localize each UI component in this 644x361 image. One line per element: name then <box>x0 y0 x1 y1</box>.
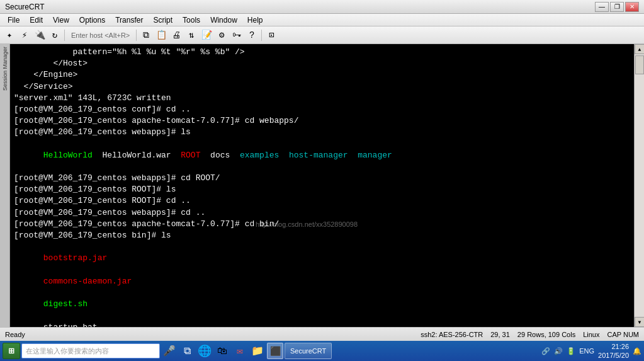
scroll-down-button[interactable]: ▼ <box>635 317 644 327</box>
search-placeholder: 在这里输入你要搜索的内容 <box>26 347 109 356</box>
menu-file[interactable]: File <box>3 14 25 26</box>
taskbar-search[interactable]: 在这里输入你要搜索的内容 <box>21 343 160 358</box>
settings-button[interactable]: ⚙ <box>215 28 229 42</box>
term-line: </Service> <box>14 81 630 93</box>
windows-logo-icon: ⊞ <box>8 347 14 355</box>
title-bar: SecureCRT — ❐ ✕ <box>0 0 644 14</box>
menu-options[interactable]: Options <box>74 14 110 26</box>
left-sidebar: Session Manager <box>0 44 10 327</box>
system-clock[interactable]: 21:26 2017/5/20 <box>598 342 629 360</box>
term-line: [root@VM_206_179_centos webapps]# ls <box>14 127 630 138</box>
status-left: Ready <box>5 331 25 338</box>
term-line: </Engine> <box>14 69 630 81</box>
menu-bar: File Edit View Options Transfer Script T… <box>0 14 644 26</box>
ready-status: Ready <box>5 331 25 338</box>
enter-host-label: Enter host <Alt+R> <box>67 32 133 39</box>
term-line: pattern="%h %l %u %t "%r" %s %b" /> <box>14 47 630 58</box>
close-button[interactable]: ✕ <box>625 2 639 12</box>
status-right: ssh2: AES-256-CTR 29, 31 29 Rows, 109 Co… <box>421 331 639 338</box>
securecrt-app-label: SecureCRT <box>290 347 326 355</box>
explorer-icon[interactable]: 📁 <box>249 343 266 359</box>
volume-icon[interactable]: 🔊 <box>554 347 563 355</box>
menu-edit[interactable]: Edit <box>25 14 48 26</box>
menu-view[interactable]: View <box>48 14 74 26</box>
term-line: </Host> <box>14 58 630 69</box>
notification-icon[interactable]: 🔔 <box>633 347 641 355</box>
main-area: Session Manager pattern="%h %l %u %t "%r… <box>0 44 644 327</box>
term-ls-webapps: HelloWorld HelloWorld.war ROOT docs exam… <box>14 139 630 173</box>
status-bar: Ready ssh2: AES-256-CTR 29, 31 29 Rows, … <box>0 327 644 341</box>
term-line: [root@VM_206_179_centos ROOT]# cd .. <box>14 195 630 207</box>
term-line: [root@VM_206_179_centos ROOT]# ls <box>14 184 630 195</box>
new-session-button[interactable]: ✦ <box>3 28 16 42</box>
mail-icon[interactable]: ✉ <box>232 343 248 359</box>
sftp-button[interactable]: ⇅ <box>184 28 198 42</box>
clock-date: 2017/5/20 <box>598 351 629 360</box>
securecrt-taskbar-app[interactable]: SecureCRT <box>285 343 332 359</box>
window-title: SecureCRT <box>5 3 44 11</box>
keys-button[interactable]: 🗝 <box>230 28 244 42</box>
window-controls[interactable]: — ❐ ✕ <box>595 2 639 12</box>
term-line: [root@VM_206_179_centos webapps]# cd ROO… <box>14 173 630 184</box>
ssh-info: ssh2: AES-256-CTR <box>421 331 483 338</box>
extra-button[interactable]: ⊡ <box>264 28 278 42</box>
paste-button[interactable]: 📋 <box>154 28 168 42</box>
separator-1 <box>64 30 65 41</box>
maximize-button[interactable]: ❐ <box>610 2 624 12</box>
scrollbar-track[interactable] <box>635 54 644 317</box>
term-line: "server.xml" 143L, 6723C written <box>14 93 630 104</box>
disconnect-button[interactable]: 🔌 <box>33 28 47 42</box>
battery-icon: 🔋 <box>567 347 575 355</box>
windows-taskbar: ⊞ 在这里输入你要搜索的内容 🎤 ⧉ 🌐 🛍 ✉ 📁 ⬛ SecureCRT 🔗… <box>0 341 644 361</box>
edge-icon[interactable]: 🌐 <box>196 343 213 359</box>
separator-3 <box>261 30 262 41</box>
print-button[interactable]: 🖨 <box>169 28 183 42</box>
term-line: [root@VM_206_179_centos bin]# ls <box>14 230 630 241</box>
log-button[interactable]: 📝 <box>200 28 213 42</box>
connect-button[interactable]: ⚡ <box>18 28 31 42</box>
menu-tools[interactable]: Tools <box>178 14 205 26</box>
start-button[interactable]: ⊞ <box>3 343 20 359</box>
clock-time: 21:26 <box>598 342 629 351</box>
cursor-position: 29, 31 <box>490 331 510 338</box>
scrollbar[interactable]: ▲ ▼ <box>634 44 644 327</box>
system-tray: 🔗 🔊 🔋 ENG 21:26 2017/5/20 🔔 <box>541 342 641 360</box>
language-indicator[interactable]: ENG <box>579 347 594 355</box>
menu-script[interactable]: Script <box>148 14 178 26</box>
menu-help[interactable]: Help <box>242 14 268 26</box>
term-line: [root@VM_206_179_centos webapps]# cd .. <box>14 207 630 219</box>
reconnect-button[interactable]: ↻ <box>48 28 62 42</box>
scroll-up-button[interactable]: ▲ <box>635 44 644 54</box>
network-icon: 🔗 <box>541 347 550 355</box>
voice-search-icon[interactable]: 🎤 <box>161 343 178 359</box>
minimize-button[interactable]: — <box>595 2 609 12</box>
term-bin-ls-1: bootstrap.jar commons-daemon.jar digest.… <box>14 241 630 327</box>
caps-num: CAP NUM <box>607 331 639 338</box>
help-button[interactable]: ? <box>245 28 259 42</box>
menu-transfer[interactable]: Transfer <box>110 14 148 26</box>
term-line: [root@VM_206_179_centos apache-tomcat-7.… <box>14 115 630 127</box>
terminal-size: 29 Rows, 109 Cols <box>517 331 575 338</box>
toolbar: ✦ ⚡ 🔌 ↻ Enter host <Alt+R> ⧉ 📋 🖨 ⇅ 📝 ⚙ 🗝… <box>0 26 644 44</box>
store-icon[interactable]: 🛍 <box>214 343 230 359</box>
scrollbar-thumb[interactable] <box>635 55 644 74</box>
menu-window[interactable]: Window <box>205 14 242 26</box>
term-line: [root@VM_206_179_centos conf]# cd .. <box>14 104 630 115</box>
terminal[interactable]: pattern="%h %l %u %t "%r" %s %b" /> </Ho… <box>10 44 634 327</box>
session-manager-label[interactable]: Session Manager <box>2 47 8 91</box>
os-type: Linux <box>583 331 599 338</box>
task-view-icon[interactable]: ⧉ <box>179 343 195 359</box>
separator-2 <box>136 30 137 41</box>
term-line: [root@VM_206_179_centos apache-tomcat-7.… <box>14 219 630 230</box>
copy-button[interactable]: ⧉ <box>139 28 153 42</box>
securecrt-icon[interactable]: ⬛ <box>267 343 283 359</box>
